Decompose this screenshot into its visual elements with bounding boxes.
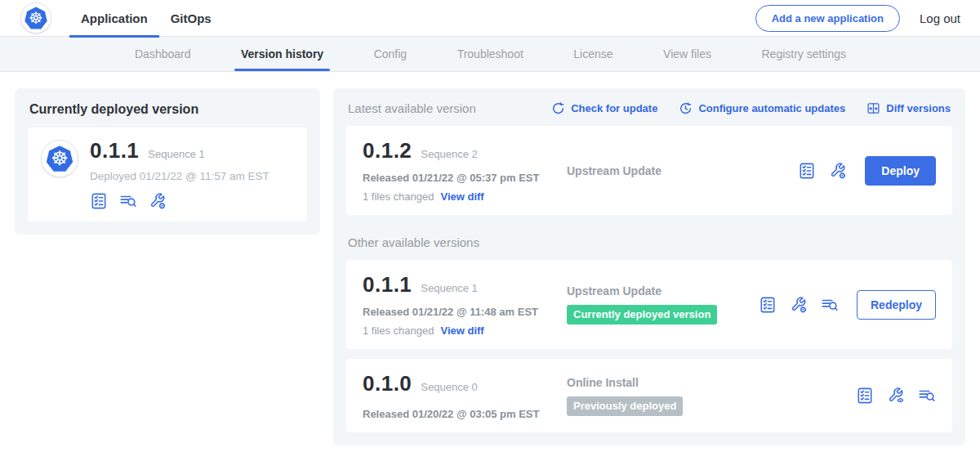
kubernetes-logo: ☸ — [20, 2, 51, 34]
tab-troubleshoot[interactable]: Troubleshoot — [456, 37, 525, 71]
view-config-icon[interactable] — [887, 387, 905, 405]
main-content: Currently deployed version ☸ 0.1.1 Seque… — [0, 72, 980, 461]
version-info: 0.1.2 Sequence 2 Released 01/21/22 @ 05:… — [363, 138, 567, 203]
kubernetes-wheel-icon: ☸ — [29, 10, 43, 26]
top-header: ☸ Application GitOps Add a new applicati… — [0, 0, 980, 37]
diff-versions-label: Diff versions — [886, 102, 951, 114]
previously-deployed-badge: Previously deployed — [567, 396, 683, 416]
version-line: 0.1.2 Sequence 2 — [363, 138, 567, 163]
version-actions — [856, 387, 936, 405]
files-changed-count: 1 files changed — [363, 190, 434, 203]
other-versions-title: Other available versions — [348, 235, 951, 249]
preflight-checks-icon[interactable] — [856, 387, 874, 405]
currently-deployed-title: Currently deployed version — [29, 102, 305, 117]
refresh-icon — [551, 101, 565, 115]
version-actions: Redeploy — [759, 290, 936, 320]
deploy-logs-icon[interactable] — [821, 296, 839, 314]
tab-application-label: Application — [81, 11, 148, 25]
app-nav: Application GitOps — [69, 0, 223, 37]
auto-update-icon — [679, 101, 693, 115]
tab-view-files[interactable]: View files — [662, 37, 713, 71]
version-line: 0.1.1 Sequence 1 — [90, 138, 270, 163]
version-row-0-1-1: 0.1.1 Sequence 1 Released 01/21/22 @ 11:… — [346, 260, 952, 349]
released-timestamp: Released 01/20/22 @ 03:05 pm EST — [363, 408, 567, 420]
sequence-label: Sequence 1 — [421, 282, 477, 294]
currently-deployed-badge: Currently deployed version — [567, 305, 717, 324]
deploy-logs-icon[interactable] — [918, 387, 936, 405]
app-logo: ☸ — [41, 140, 78, 177]
released-timestamp: Released 01/21/22 @ 11:48 am EST — [363, 306, 567, 318]
version-number: 0.1.0 — [363, 371, 412, 396]
diff-icon — [866, 101, 880, 115]
preflight-checks-icon[interactable] — [759, 296, 777, 314]
deployed-version-number: 0.1.1 — [90, 138, 139, 163]
version-line: 0.1.1 Sequence 1 — [363, 272, 567, 298]
tab-registry-settings-label: Registry settings — [761, 47, 845, 60]
tab-gitops-label: GitOps — [171, 11, 212, 25]
preflight-checks-icon[interactable] — [90, 192, 108, 210]
redeploy-button[interactable]: Redeploy — [857, 290, 936, 320]
tab-license[interactable]: License — [572, 37, 614, 71]
kubernetes-heptagon: ☸ — [47, 145, 74, 172]
files-changed-line: 1 files changed View diff — [363, 324, 567, 337]
tab-registry-settings[interactable]: Registry settings — [760, 37, 847, 71]
version-source: Upstream Update — [567, 164, 798, 177]
deployed-timestamp: Deployed 01/21/22 @ 11:57 am EST — [90, 170, 270, 182]
version-line: 0.1.0 Sequence 0 — [363, 371, 567, 396]
tab-license-label: License — [573, 47, 612, 60]
released-timestamp: Released 01/21/22 @ 05:37 pm EST — [363, 172, 567, 184]
version-source: Online Install Previously deployed — [567, 376, 856, 416]
view-diff-link[interactable]: View diff — [440, 324, 483, 337]
app-subnav: Dashboard Version history Config Trouble… — [0, 37, 980, 72]
version-history-panel: Latest available version Check for updat… — [333, 88, 965, 445]
latest-version-header: Latest available version Check for updat… — [348, 101, 951, 115]
sequence-label: Sequence 0 — [421, 381, 477, 393]
check-for-update-link[interactable]: Check for update — [551, 101, 657, 115]
currently-deployed-card: ☸ 0.1.1 Sequence 1 Deployed 01/21/22 @ 1… — [28, 128, 307, 222]
diff-versions-link[interactable]: Diff versions — [866, 101, 951, 115]
deployed-icon-row — [90, 192, 270, 210]
edit-config-icon[interactable] — [149, 192, 167, 210]
tab-dashboard[interactable]: Dashboard — [133, 37, 193, 71]
kubernetes-heptagon: ☸ — [24, 7, 47, 29]
check-for-update-label: Check for update — [571, 102, 657, 114]
tab-application[interactable]: Application — [69, 0, 159, 37]
version-source: Upstream Update Currently deployed versi… — [567, 284, 759, 324]
row-gap — [346, 349, 952, 359]
preflight-checks-icon[interactable] — [798, 162, 816, 180]
source-label: Upstream Update — [567, 164, 798, 177]
tab-version-history[interactable]: Version history — [239, 37, 325, 71]
tab-config-label: Config — [374, 47, 407, 60]
configure-automatic-updates-link[interactable]: Configure automatic updates — [679, 101, 845, 115]
configure-automatic-updates-label: Configure automatic updates — [698, 102, 845, 114]
version-number: 0.1.2 — [363, 138, 412, 163]
files-changed-line: 1 files changed View diff — [363, 190, 567, 203]
version-row-0-1-0: 0.1.0 Sequence 0 Released 01/20/22 @ 03:… — [346, 359, 952, 432]
version-number: 0.1.1 — [363, 272, 412, 298]
kubernetes-wheel-icon: ☸ — [51, 149, 69, 168]
deploy-logs-icon[interactable] — [119, 192, 137, 210]
tab-dashboard-label: Dashboard — [135, 47, 191, 60]
deploy-button[interactable]: Deploy — [865, 156, 936, 186]
view-diff-link[interactable]: View diff — [440, 190, 483, 203]
tab-config[interactable]: Config — [372, 37, 408, 71]
source-label: Online Install — [567, 376, 856, 389]
tab-view-files-label: View files — [663, 47, 711, 60]
version-actions: Deploy — [798, 156, 936, 186]
deployed-version-info: 0.1.1 Sequence 1 Deployed 01/21/22 @ 11:… — [90, 138, 270, 210]
logout-link[interactable]: Log out — [920, 11, 960, 25]
edit-config-icon[interactable] — [829, 162, 847, 180]
files-changed-count: 1 files changed — [363, 324, 434, 337]
header-actions: Check for update Configure automatic upd… — [551, 101, 951, 115]
version-info: 0.1.0 Sequence 0 Released 01/20/22 @ 03:… — [363, 371, 567, 420]
tab-version-history-label: Version history — [241, 47, 323, 60]
edit-config-icon[interactable] — [790, 296, 808, 314]
source-label: Upstream Update — [567, 284, 759, 298]
deployed-sequence-label: Sequence 1 — [148, 148, 204, 160]
add-application-button[interactable]: Add a new application — [755, 5, 900, 32]
currently-deployed-panel: Currently deployed version ☸ 0.1.1 Seque… — [15, 88, 320, 235]
version-info: 0.1.1 Sequence 1 Released 01/21/22 @ 11:… — [363, 272, 567, 337]
tab-troubleshoot-label: Troubleshoot — [457, 47, 523, 60]
tab-gitops[interactable]: GitOps — [159, 0, 223, 37]
latest-version-title: Latest available version — [348, 101, 476, 115]
